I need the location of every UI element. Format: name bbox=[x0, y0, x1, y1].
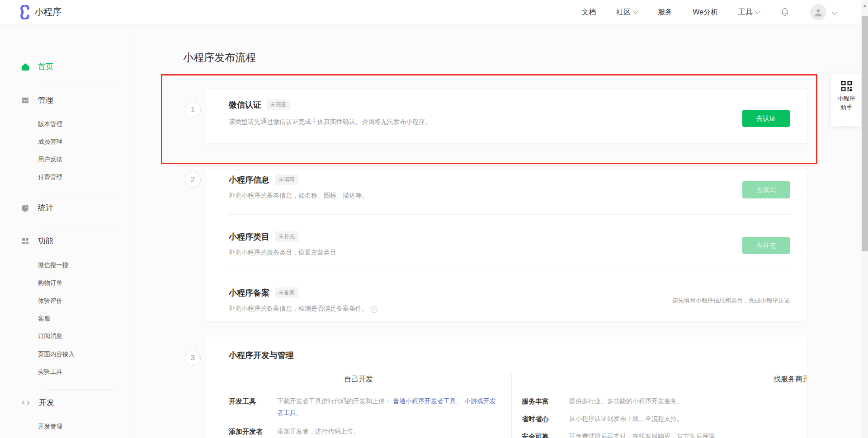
chevron-down-icon bbox=[832, 9, 837, 14]
sidebar-item-subscribe-message[interactable]: 订阅消息 bbox=[38, 332, 62, 340]
status-badge: 未填写 bbox=[275, 174, 298, 185]
dev-tools-text: 下载开发者工具进行代码的开发和上传： 普通小程序开发者工具、 小游戏开发者工具。 bbox=[277, 395, 500, 419]
sidebar-subitem-label: 用户反馈 bbox=[38, 156, 62, 163]
sentence-end: 。 bbox=[296, 409, 302, 416]
sidebar-item-label: 管理 bbox=[38, 95, 53, 105]
top-header: 小程序 文档 社区 服务 We分析 工具 bbox=[0, 0, 868, 24]
status-badge: 未补充 bbox=[275, 231, 298, 242]
add-developer-text: 添加开发者，进行代码上传。 bbox=[277, 425, 359, 437]
scrollbar-up-arrow[interactable] bbox=[863, 5, 867, 7]
sidebar-item-pay-manage[interactable]: 付费管理 bbox=[38, 173, 62, 181]
dev-tools-label: 开发工具 bbox=[229, 397, 256, 406]
step-number-2: 2 bbox=[185, 172, 201, 188]
sidebar-item-label: 功能 bbox=[38, 235, 53, 246]
sidebar-subitem-label: 版本管理 bbox=[38, 121, 62, 127]
dev-tools-text-prefix: 下载开发者工具进行代码的开发和上传： bbox=[277, 397, 391, 405]
sidebar-item-experimental-tools[interactable]: 实验工具 bbox=[38, 368, 62, 376]
sidebar-item-manage[interactable]: 管理 bbox=[21, 95, 53, 105]
prerequisite-note: 需先填写小程序信息和类目，完成小程序认证 bbox=[672, 297, 790, 305]
top-nav: 文档 社区 服务 We分析 工具 bbox=[581, 0, 836, 24]
miniprogram-info-desc: 补充小程序的基本信息，如名称、图标、描述等。 bbox=[229, 192, 368, 200]
save-time-text: 从小程序认证到发布上线，全流程支持。 bbox=[569, 413, 683, 424]
status-badge: 未完善 bbox=[267, 99, 290, 110]
safe-reliable-label: 安全可靠 bbox=[522, 433, 549, 438]
miniprogram-info-row: 小程序信息未填写 bbox=[229, 174, 298, 185]
nav-docs-label: 文档 bbox=[581, 8, 596, 16]
notification-bell-icon[interactable] bbox=[780, 7, 790, 17]
miniprogram-logo-icon[interactable] bbox=[17, 5, 32, 21]
go-supplement-button[interactable]: 去补充 bbox=[742, 237, 790, 254]
step1-title-row: 微信认证未完善 bbox=[229, 99, 290, 110]
grid-icon bbox=[21, 236, 30, 245]
miniprogram-category-title: 小程序类目 bbox=[229, 232, 269, 241]
divider bbox=[46, 194, 113, 194]
miniprogram-icp-title: 小程序备案 bbox=[229, 288, 269, 297]
divider bbox=[46, 86, 113, 86]
sidebar-subitem-label: 购物订单 bbox=[38, 279, 62, 286]
code-icon bbox=[21, 398, 31, 407]
sidebar-item-wechat-search[interactable]: 微信搜一搜 bbox=[38, 261, 69, 269]
sidebar-item-user-feedback[interactable]: 用户反馈 bbox=[38, 155, 62, 164]
nav-service[interactable]: 服务 bbox=[658, 8, 672, 17]
icp-desc-text: 补充小程序的备案信息，检测是否满足备案条件。 bbox=[229, 305, 368, 312]
qr-code-icon bbox=[831, 80, 862, 94]
save-time-label: 省时省心 bbox=[522, 415, 549, 424]
link-miniprogram-devtools[interactable]: 普通小程序开发者工具 bbox=[393, 397, 456, 405]
nav-weanalysis[interactable]: We分析 bbox=[693, 8, 718, 17]
nav-tools-label: 工具 bbox=[738, 8, 753, 16]
sidebar-subitem-label: 微信搜一搜 bbox=[38, 262, 69, 268]
go-fill-button[interactable]: 去填写 bbox=[742, 181, 790, 198]
miniprogram-icp-desc: 补充小程序的备案信息，检测是否满足备案条件。 bbox=[229, 305, 377, 313]
miniprogram-category-row: 小程序类目未补充 bbox=[229, 231, 298, 242]
chevron-down-icon bbox=[755, 9, 760, 14]
sidebar-item-features[interactable]: 功能 bbox=[21, 235, 53, 246]
step1-card: 微信认证未完善 该类型请先通过微信认证完成主体真实性确认。否则将无法发布小程序。… bbox=[206, 88, 807, 144]
find-provider-header: 找服务商开发 bbox=[727, 375, 807, 384]
safe-reliable-text: 可免费试用后再支付，在线客服响应，官方售后保障。 bbox=[569, 430, 721, 438]
sidebar-item-shopping-orders[interactable]: 购物订单 bbox=[38, 279, 62, 287]
divider bbox=[46, 389, 113, 390]
nav-service-label: 服务 bbox=[658, 8, 672, 16]
divider bbox=[229, 214, 790, 215]
miniprogram-info-title: 小程序信息 bbox=[229, 175, 269, 184]
divider bbox=[229, 270, 790, 270]
sidebar-subitem-label: 页面内容接入 bbox=[38, 351, 75, 358]
sidebar-subitem-label: 付费管理 bbox=[38, 174, 62, 180]
sidebar-subitem-label: 成员管理 bbox=[38, 138, 62, 145]
sidebar-item-home[interactable]: 首页 bbox=[21, 61, 53, 72]
nav-community-label: 社区 bbox=[616, 8, 631, 16]
nav-weanalysis-label: We分析 bbox=[693, 8, 718, 16]
page-scrollbar[interactable] bbox=[861, 0, 868, 438]
rich-service-label: 服务丰富 bbox=[522, 397, 549, 406]
divider bbox=[46, 225, 113, 225]
status-badge: 未备案 bbox=[275, 287, 298, 298]
sidebar-item-customer-service[interactable]: 客服 bbox=[38, 315, 50, 323]
logo-title: 小程序 bbox=[34, 0, 61, 24]
go-verify-button[interactable]: 去认证 bbox=[742, 110, 790, 127]
sidebar-subitem-label: 客服 bbox=[38, 315, 50, 322]
pie-chart-icon bbox=[21, 203, 30, 212]
scrollbar-thumb[interactable] bbox=[862, 16, 868, 251]
sidebar-item-page-content-access[interactable]: 页面内容接入 bbox=[38, 350, 75, 358]
sidebar-item-label: 统计 bbox=[38, 203, 53, 213]
sidebar-item-version-manage[interactable]: 版本管理 bbox=[38, 120, 62, 128]
miniprogram-assistant-widget[interactable]: 小程序 助手 bbox=[831, 74, 862, 127]
help-icon[interactable] bbox=[371, 306, 377, 313]
nav-community[interactable]: 社区 bbox=[616, 8, 637, 17]
inbox-icon bbox=[21, 96, 30, 105]
sidebar-item-statistics[interactable]: 统计 bbox=[21, 203, 53, 213]
sidebar-item-develop[interactable]: 开发 bbox=[21, 397, 54, 408]
sidebar-item-label: 开发 bbox=[39, 397, 54, 408]
self-develop-header: 自己开发 bbox=[291, 375, 426, 384]
nav-docs[interactable]: 文档 bbox=[581, 8, 596, 17]
step1-desc: 该类型请先通过微信认证完成主体真实性确认。否则将无法发布小程序。 bbox=[229, 118, 431, 126]
step-number-3: 3 bbox=[185, 350, 201, 366]
account-menu[interactable] bbox=[810, 4, 836, 20]
sidebar-item-member-manage[interactable]: 成员管理 bbox=[38, 138, 62, 146]
sidebar-subitem-label: 实验工具 bbox=[38, 368, 62, 375]
sidebar-item-experience-review[interactable]: 体验评价 bbox=[38, 297, 62, 305]
nav-tools[interactable]: 工具 bbox=[738, 8, 760, 17]
sidebar-subitem-label: 开发管理 bbox=[38, 423, 62, 430]
sidebar-item-label: 首页 bbox=[38, 61, 53, 72]
sidebar-item-dev-manage[interactable]: 开发管理 bbox=[38, 423, 62, 431]
